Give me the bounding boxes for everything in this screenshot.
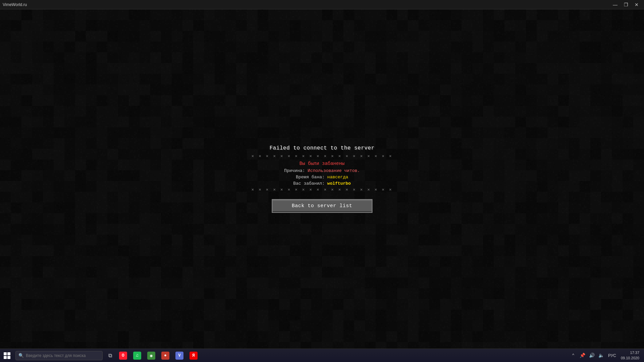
reason-value: Использование читов. <box>308 168 360 173</box>
task-view-icon: ⧉ <box>108 353 112 359</box>
disconnect-dialog: Failed to connect to the server × × × × … <box>251 145 392 213</box>
game-area: Failed to connect to the server × × × × … <box>0 9 644 349</box>
banned-text: Вы были забанены <box>300 161 344 166</box>
reason-label: Причина: <box>284 168 308 173</box>
taskbar-app-browser2[interactable]: ◉ <box>144 349 158 362</box>
back-to-server-list-button[interactable]: Back to server list <box>272 199 372 213</box>
banned-by-line: Вас забанил: wolfturbo <box>293 181 351 186</box>
duration-line: Время бана: навсегда <box>296 175 348 180</box>
language-indicator[interactable]: РУС <box>607 349 618 362</box>
divider-top: × × × × × × × × × × × × × × × × × × × × <box>251 154 392 159</box>
taskbar-app-vimeworld[interactable]: V <box>172 349 186 362</box>
system-clock[interactable]: 17:37 09.10.2020 <box>619 349 641 362</box>
clock-date: 09.10.2020 <box>621 356 639 361</box>
taskbar-search[interactable]: 🔍 <box>15 351 103 360</box>
search-icon: 🔍 <box>18 353 24 358</box>
fail-title: Failed to connect to the server <box>269 145 374 151</box>
duration-value: навсегда <box>327 175 348 180</box>
titlebar: VimeWorld.ru — ❐ ✕ <box>0 0 644 9</box>
start-button[interactable] <box>0 349 14 362</box>
taskbar: 🔍 ⧉ O ♫ ◉ ● V Я ⌃ 📌 🔊 <box>0 349 644 362</box>
browser2-icon: ◉ <box>147 352 155 360</box>
window-controls: — ❐ ✕ <box>610 1 641 8</box>
close-button[interactable]: ✕ <box>632 1 641 8</box>
taskbar-app-browser3[interactable]: ● <box>158 349 172 362</box>
taskbar-right: ⌃ 📌 🔊 🔈 РУС 17:37 09.10.2020 <box>569 349 644 362</box>
taskbar-app-opera[interactable]: O <box>116 349 130 362</box>
tray-speaker-icon[interactable]: 🔈 <box>597 349 605 362</box>
taskbar-app-spotify[interactable]: ♫ <box>130 349 144 362</box>
vimeworld-icon: V <box>175 352 183 360</box>
search-input[interactable] <box>26 353 93 358</box>
yandex-icon: Я <box>190 352 198 360</box>
spotify-icon: ♫ <box>133 352 141 360</box>
taskbar-app-yandex[interactable]: Я <box>186 349 201 362</box>
banned-by-value: wolfturbo <box>327 181 351 186</box>
banned-by-label: Вас забанил: <box>293 181 327 186</box>
windows-logo-icon <box>4 352 10 359</box>
minimize-button[interactable]: — <box>610 1 620 8</box>
tray-arrow-icon[interactable]: ⌃ <box>569 349 577 362</box>
tray-pin-icon[interactable]: 📌 <box>579 349 587 362</box>
opera-icon: O <box>119 352 127 360</box>
maximize-button[interactable]: ❐ <box>621 1 631 8</box>
tray-volume-icon[interactable]: 🔊 <box>588 349 596 362</box>
divider-bottom: × × × × × × × × × × × × × × × × × × × × <box>251 187 392 192</box>
duration-label: Время бана: <box>296 175 327 180</box>
task-view-button[interactable]: ⧉ <box>104 349 116 362</box>
browser3-icon: ● <box>161 352 169 360</box>
window-title: VimeWorld.ru <box>3 2 27 7</box>
clock-time: 17:37 <box>630 350 639 355</box>
reason-line: Причина: Использование читов. <box>284 168 360 173</box>
